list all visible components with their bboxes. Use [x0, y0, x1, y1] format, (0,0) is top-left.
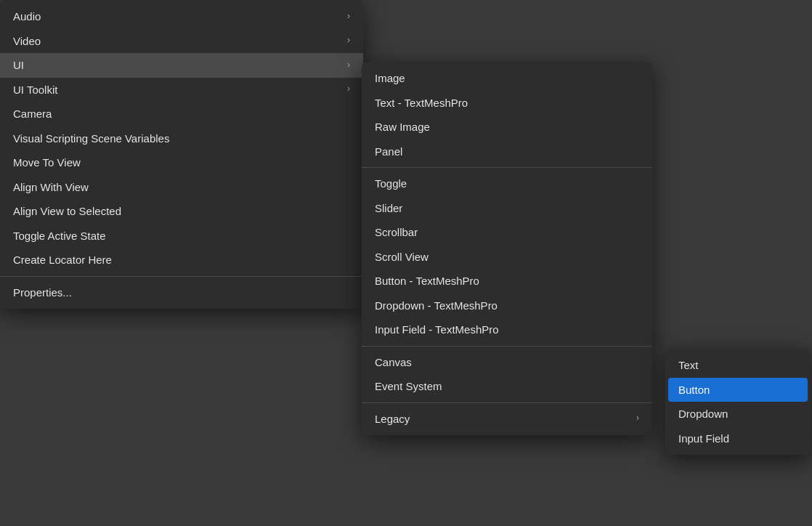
- menu-item-properties-label: Properties...: [13, 286, 72, 300]
- menu-item-ui-toolkit[interactable]: UI Toolkit ›: [0, 78, 363, 102]
- menu-item-create-locator-label: Create Locator Here: [13, 253, 112, 267]
- submenu-item-slider[interactable]: Slider: [362, 196, 652, 221]
- submenu-item-raw-image[interactable]: Raw Image: [362, 115, 652, 139]
- menu-divider: [0, 276, 363, 277]
- submenu-divider-3: [362, 402, 652, 403]
- menu-item-camera-label: Camera: [13, 107, 52, 121]
- submenu-item-raw-image-label: Raw Image: [375, 120, 430, 134]
- chevron-right-icon: ›: [347, 35, 350, 46]
- menu-item-align-view-selected-label: Align View to Selected: [13, 204, 121, 219]
- submenu-item-scrollbar[interactable]: Scrollbar: [362, 220, 652, 245]
- chevron-right-icon: ›: [347, 11, 350, 23]
- chevron-right-icon: ›: [347, 60, 350, 71]
- menu-item-audio-label: Audio: [13, 9, 41, 24]
- submenu-item-dropdown-textmeshpro-label: Dropdown - TextMeshPro: [375, 299, 498, 313]
- submenu-item-text-mesh-pro[interactable]: Text - TextMeshPro: [362, 91, 652, 116]
- submenu-item-scroll-view-label: Scroll View: [375, 250, 429, 264]
- submenu2-item-text-label: Text: [678, 358, 699, 373]
- submenu2-item-input-field[interactable]: Input Field: [665, 426, 811, 451]
- submenu-item-scroll-view[interactable]: Scroll View: [362, 245, 652, 270]
- primary-menu[interactable]: Audio › Video › UI › UI Toolkit › Camera…: [0, 0, 363, 309]
- submenu-item-image[interactable]: Image: [362, 66, 652, 91]
- menu-item-audio[interactable]: Audio ›: [0, 4, 363, 29]
- submenu2-item-button[interactable]: Button: [668, 378, 808, 402]
- submenu-item-toggle-label: Toggle: [375, 177, 407, 191]
- menu-item-camera[interactable]: Camera: [0, 102, 363, 126]
- menu-item-ui-toolkit-label: UI Toolkit: [13, 83, 57, 97]
- submenu-item-input-field-textmeshpro-label: Input Field - TextMeshPro: [375, 323, 499, 337]
- submenu-item-canvas[interactable]: Canvas: [362, 350, 652, 375]
- submenu2-item-text[interactable]: Text: [665, 353, 811, 378]
- submenu-item-legacy-label: Legacy: [375, 412, 410, 426]
- menu-item-move-to-view-label: Move To View: [13, 155, 81, 170]
- submenu-item-panel-label: Panel: [375, 145, 402, 159]
- submenu-divider-2: [362, 346, 652, 347]
- submenu2-item-dropdown[interactable]: Dropdown: [665, 402, 811, 426]
- menu-item-align-with-view[interactable]: Align With View: [0, 175, 363, 200]
- submenu-item-slider-label: Slider: [375, 201, 402, 216]
- submenu-item-button-textmeshpro-label: Button - TextMeshPro: [375, 274, 479, 288]
- menu-item-visual-scripting-label: Visual Scripting Scene Variables: [13, 132, 169, 146]
- chevron-right-icon: ›: [347, 84, 350, 95]
- submenu-item-dropdown-textmeshpro[interactable]: Dropdown - TextMeshPro: [362, 294, 652, 318]
- menu-item-move-to-view[interactable]: Move To View: [0, 150, 363, 175]
- submenu-item-toggle[interactable]: Toggle: [362, 171, 652, 196]
- menu-item-toggle-active-label: Toggle Active State: [13, 229, 106, 243]
- submenu-item-image-label: Image: [375, 71, 405, 86]
- menu-item-toggle-active[interactable]: Toggle Active State: [0, 224, 363, 248]
- submenu2-item-input-field-label: Input Field: [678, 432, 729, 446]
- submenu-divider-1: [362, 167, 652, 168]
- menu-item-align-with-view-label: Align With View: [13, 180, 89, 195]
- menu-item-ui-label: UI: [13, 58, 24, 73]
- ui-submenu[interactable]: Image Text - TextMeshPro Raw Image Panel…: [362, 62, 652, 435]
- submenu2-item-button-label: Button: [678, 383, 710, 397]
- submenu-item-event-system[interactable]: Event System: [362, 374, 652, 399]
- submenu-item-event-system-label: Event System: [375, 379, 442, 394]
- menu-item-create-locator[interactable]: Create Locator Here: [0, 248, 363, 272]
- menu-item-ui[interactable]: UI ›: [0, 53, 363, 78]
- submenu-item-input-field-textmeshpro[interactable]: Input Field - TextMeshPro: [362, 317, 652, 342]
- menu-item-properties[interactable]: Properties...: [0, 280, 363, 305]
- submenu2-item-dropdown-label: Dropdown: [678, 407, 728, 421]
- menu-item-video-label: Video: [13, 34, 41, 49]
- submenu-item-canvas-label: Canvas: [375, 355, 412, 370]
- submenu-item-button-textmeshpro[interactable]: Button - TextMeshPro: [362, 269, 652, 294]
- legacy-submenu[interactable]: Text Button Dropdown Input Field: [665, 349, 811, 455]
- menu-item-visual-scripting[interactable]: Visual Scripting Scene Variables: [0, 126, 363, 151]
- menu-item-video[interactable]: Video ›: [0, 29, 363, 54]
- submenu-item-text-mesh-pro-label: Text - TextMeshPro: [375, 96, 468, 110]
- submenu-item-panel[interactable]: Panel: [362, 139, 652, 164]
- chevron-right-icon: ›: [636, 413, 639, 424]
- menu-item-align-view-selected[interactable]: Align View to Selected: [0, 199, 363, 224]
- submenu-item-scrollbar-label: Scrollbar: [375, 225, 418, 240]
- submenu-item-legacy[interactable]: Legacy ›: [362, 407, 652, 432]
